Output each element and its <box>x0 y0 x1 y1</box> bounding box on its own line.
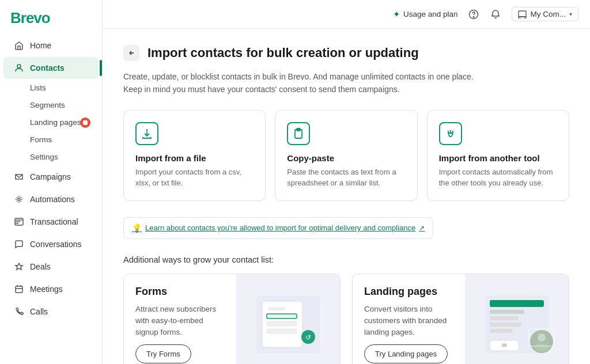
sidebar-item-deals-label: Deals <box>30 262 51 271</box>
help-button[interactable] <box>468 9 479 20</box>
sidebar-item-transactional[interactable]: Transactional <box>3 211 99 233</box>
svg-rect-22 <box>490 323 521 327</box>
try-landing-pages-button[interactable]: Try Landing pages <box>364 344 448 363</box>
sidebar-item-landing-pages[interactable]: Landing pages <box>3 114 99 131</box>
page-description: Create, update, or blocklist contacts in… <box>123 70 527 96</box>
page-title: Import contacts for bulk creation or upd… <box>148 46 419 60</box>
sidebar-item-campaigns-label: Campaigns <box>30 172 71 181</box>
learn-link-text: Learn about contacts you're allowed to i… <box>145 223 415 232</box>
main-area: ✦ Usage and plan My Com... ▾ <box>103 0 590 364</box>
sidebar-item-segments-label: Segments <box>30 101 65 109</box>
landing-pages-badge <box>80 117 90 128</box>
sidebar-item-calls[interactable]: Calls <box>3 301 99 323</box>
svg-rect-13 <box>267 321 297 326</box>
svg-text:✉: ✉ <box>502 342 506 348</box>
topbar: ✦ Usage and plan My Com... ▾ <box>103 0 590 29</box>
import-cards-container: Import from a file Import your contacts … <box>123 110 569 201</box>
forms-illustration: ↺ <box>245 290 331 359</box>
landing-pages-illustration: ✉ <box>474 290 560 359</box>
svg-point-5 <box>474 16 475 17</box>
try-forms-button[interactable]: Try Forms <box>135 344 191 363</box>
import-tool-desc: Import contacts automatically from the o… <box>439 166 557 189</box>
sidebar-item-lists-label: Lists <box>30 84 46 92</box>
svg-rect-23 <box>490 329 513 333</box>
sidebar-item-home[interactable]: Home <box>3 35 99 56</box>
sidebar: Brevo Home Contacts L <box>0 0 103 364</box>
usage-and-plan-button[interactable]: ✦ Usage and plan <box>393 9 458 20</box>
sidebar-item-conversations-label: Conversations <box>30 240 82 249</box>
copy-paste-card[interactable]: Copy-paste Paste the contacts as text fr… <box>275 110 417 201</box>
campaigns-icon <box>14 172 24 182</box>
svg-rect-20 <box>490 310 524 314</box>
sidebar-item-home-label: Home <box>30 41 51 50</box>
landing-pages-grow-card: Landing pages Convert visitors into cust… <box>352 274 569 364</box>
landing-pages-card-content: Landing pages Convert visitors into cust… <box>353 274 465 364</box>
sidebar-item-automations-label: Automations <box>30 195 75 204</box>
conversations-icon <box>14 239 24 249</box>
contacts-icon <box>14 63 24 73</box>
account-label: My Com... <box>530 10 566 18</box>
learn-icon: 💡 <box>132 223 142 233</box>
copy-paste-desc: Paste the contacts as text from a spread… <box>287 166 405 189</box>
notifications-button[interactable] <box>490 9 501 20</box>
import-another-tool-card[interactable]: Import from another tool Import contacts… <box>427 110 569 201</box>
landing-pages-card-desc: Convert visitors into customers with bra… <box>364 304 453 339</box>
meetings-icon <box>14 284 24 294</box>
sidebar-item-automations[interactable]: Automations <box>3 188 99 210</box>
landing-pages-card-image: ✉ <box>465 274 569 364</box>
additional-section: Additional ways to grow your contact lis… <box>123 255 569 364</box>
sidebar-item-conversations[interactable]: Conversations <box>3 233 99 255</box>
import-file-title: Import from a file <box>135 153 254 163</box>
sidebar-item-contacts[interactable]: Contacts <box>3 57 99 79</box>
import-tool-title: Import from another tool <box>439 153 557 163</box>
sidebar-item-settings[interactable]: Settings <box>3 149 99 165</box>
sidebar-item-segments[interactable]: Segments <box>3 97 99 113</box>
forms-card-content: Forms Attract new subscribers with easy-… <box>124 274 236 364</box>
usage-label: Usage and plan <box>403 10 458 18</box>
sidebar-item-settings-label: Settings <box>30 153 58 161</box>
svg-rect-21 <box>490 316 519 320</box>
account-menu-button[interactable]: My Com... ▾ <box>512 7 578 21</box>
forms-grow-card: Forms Attract new subscribers with easy-… <box>123 274 341 364</box>
sidebar-item-meetings-label: Meetings <box>30 285 63 294</box>
account-chevron-icon: ▾ <box>569 11 572 17</box>
import-file-desc: Import your contacts from a csv, xlsx, o… <box>135 166 254 189</box>
sidebar-nav: Home Contacts Lists Segments Landing pag… <box>0 34 102 364</box>
svg-point-28 <box>535 343 549 351</box>
learn-link[interactable]: 💡 Learn about contacts you're allowed to… <box>123 217 433 239</box>
plug-icon <box>439 122 462 145</box>
back-button[interactable] <box>123 45 139 61</box>
sidebar-item-forms-label: Forms <box>30 135 52 144</box>
landing-pages-card-title: Landing pages <box>364 286 453 298</box>
page-header: Import contacts for bulk creation or upd… <box>123 45 569 61</box>
sidebar-item-deals[interactable]: Deals <box>3 256 99 278</box>
calls-icon <box>14 306 24 317</box>
forms-card-image: ↺ <box>236 274 340 364</box>
svg-rect-11 <box>268 307 285 310</box>
grow-cards-container: Forms Attract new subscribers with easy-… <box>123 274 569 364</box>
svg-rect-3 <box>16 286 22 293</box>
svg-rect-12 <box>267 314 297 318</box>
sidebar-item-calls-label: Calls <box>30 307 48 316</box>
sidebar-item-meetings[interactable]: Meetings <box>3 278 99 300</box>
copy-paste-title: Copy-paste <box>287 153 405 163</box>
svg-rect-6 <box>519 11 526 17</box>
sidebar-item-contacts-label: Contacts <box>30 63 65 73</box>
svg-rect-14 <box>267 329 297 333</box>
sidebar-item-transactional-label: Transactional <box>30 217 78 226</box>
content-area: Import contacts for bulk creation or upd… <box>103 29 590 364</box>
external-link-icon: ↗ <box>419 224 425 232</box>
sidebar-item-forms[interactable]: Forms <box>3 131 99 148</box>
sidebar-item-lists[interactable]: Lists <box>3 79 99 96</box>
section-label: Additional ways to grow your contact lis… <box>123 255 569 264</box>
svg-point-0 <box>17 65 21 68</box>
file-download-icon <box>135 122 158 145</box>
sidebar-item-campaigns[interactable]: Campaigns <box>3 166 99 188</box>
deals-icon <box>14 261 24 272</box>
forms-card-title: Forms <box>135 286 225 298</box>
forms-card-desc: Attract new subscribers with easy-to-emb… <box>135 304 225 339</box>
clipboard-icon <box>287 122 310 145</box>
sidebar-item-landing-pages-label: Landing pages <box>30 118 81 127</box>
svg-text:↺: ↺ <box>305 333 311 342</box>
import-from-file-card[interactable]: Import from a file Import your contacts … <box>123 110 266 201</box>
